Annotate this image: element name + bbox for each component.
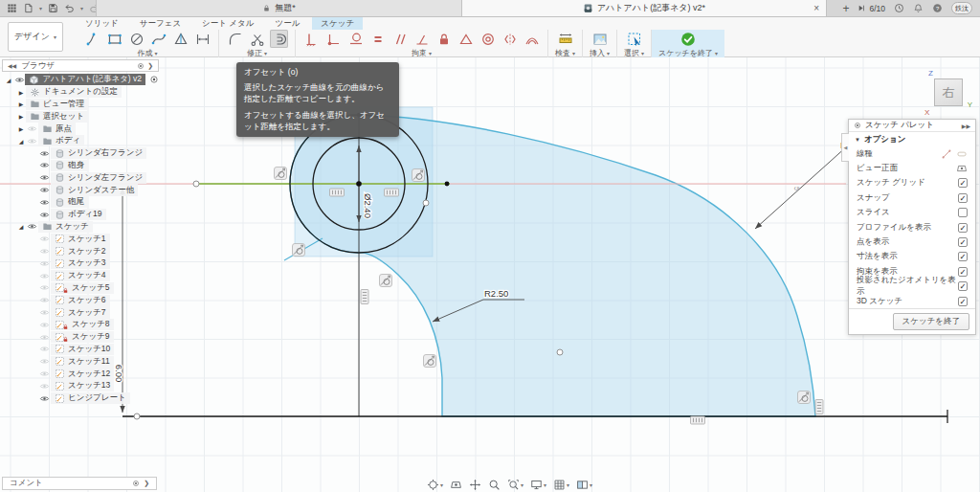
browser-item-シリンダ左フランジ[interactable]: シリンダ左フランジ xyxy=(2,171,159,184)
profile-region-body[interactable] xyxy=(290,115,815,416)
user-avatar[interactable]: 鉄汰 xyxy=(951,2,972,14)
tool-curvature-button[interactable] xyxy=(523,30,541,48)
browser-item-ビュー管理[interactable]: ▶ビュー管理 xyxy=(2,99,159,111)
nav-zoomicon-button[interactable] xyxy=(488,479,501,491)
ribbon-tab-シート メタル[interactable]: シート メタル xyxy=(193,17,262,30)
tool-spline-button[interactable] xyxy=(149,30,167,48)
visibility-eye-icon[interactable] xyxy=(38,320,51,330)
look-at-icon[interactable] xyxy=(956,163,968,174)
tree-item-pill[interactable]: スケッチ6 xyxy=(51,295,110,306)
file-menu-icon[interactable] xyxy=(23,3,33,13)
tree-item-pill[interactable]: スケッチ9 xyxy=(51,331,114,343)
ribbon-group-label[interactable]: 選択▾ xyxy=(624,48,644,58)
visibility-eye-icon[interactable] xyxy=(38,234,51,244)
browser-item-スケッチ3[interactable]: スケッチ3 xyxy=(2,257,159,270)
finish-sketch-button[interactable]: スケッチを終了 xyxy=(893,313,970,330)
checkbox-寸法を表示[interactable]: ✓ xyxy=(958,252,968,261)
tree-item-pill[interactable]: スケッチ10 xyxy=(51,344,114,355)
browser-item-選択セット[interactable]: ▶選択セット xyxy=(2,110,159,123)
checkbox-3D スケッチ[interactable]: ✓ xyxy=(958,297,968,306)
ribbon-tab-サーフェス[interactable]: サーフェス xyxy=(131,17,189,30)
visibility-eye-icon[interactable] xyxy=(38,307,51,318)
tangent-constraint-icon[interactable] xyxy=(275,168,287,180)
visibility-eye-icon[interactable] xyxy=(38,344,51,354)
tree-item-pill[interactable]: 選択セット xyxy=(26,111,88,123)
browser-item-砲身[interactable]: 砲身 xyxy=(2,160,159,172)
center-point[interactable] xyxy=(356,181,362,187)
new-tab-button[interactable]: + xyxy=(842,2,849,15)
undo-icon[interactable] xyxy=(64,3,75,13)
visibility-eye-icon[interactable] xyxy=(38,271,51,281)
tree-item-pill[interactable]: シリンダ右フランジ xyxy=(51,147,146,159)
document-tab-untitled[interactable]: 無題* xyxy=(96,0,461,16)
construction-line-icon[interactable] xyxy=(941,148,952,160)
browser-item-スケッチ4[interactable]: スケッチ4 xyxy=(2,270,159,282)
tree-item-pill[interactable]: ビュー管理 xyxy=(26,99,88,110)
workspace-switcher[interactable]: デザイン▾ xyxy=(8,22,63,52)
tree-item-pill[interactable]: スケッチ12 xyxy=(51,368,114,379)
dimension-constraint-icon[interactable] xyxy=(361,290,368,304)
diameter-dimension-text[interactable]: Ø2.40 xyxy=(363,193,373,218)
tool-midpoint-button[interactable] xyxy=(457,30,475,48)
tangent-constraint-icon[interactable] xyxy=(293,244,305,257)
palette-options-section[interactable]: ▼ オプション xyxy=(849,132,975,146)
notifications-bell-icon[interactable] xyxy=(913,3,924,13)
ribbon-group-label[interactable]: スケッチを終了▾ xyxy=(658,48,718,58)
browser-item-スケッチ5[interactable]: スケッチ5 xyxy=(2,282,159,295)
nav-orbit-button[interactable]: ▾ xyxy=(427,479,443,491)
browser-item-スケッチ2[interactable]: スケッチ2 xyxy=(2,245,159,257)
checkbox-スケッチ グリッド[interactable]: ✓ xyxy=(958,178,968,188)
tool-line-button[interactable] xyxy=(83,30,101,48)
sketch-point[interactable] xyxy=(557,349,563,355)
browser-item-スケッチ13[interactable]: スケッチ13 xyxy=(2,380,159,392)
tool-select-button[interactable] xyxy=(625,30,643,48)
palette-collapse-handle[interactable]: ◀ xyxy=(841,133,849,162)
document-tab-current[interactable]: アハトアハト(記事ネタ) v2* × xyxy=(461,0,827,16)
tree-twisty-icon[interactable]: ▶ xyxy=(16,89,26,96)
visibility-eye-icon[interactable] xyxy=(38,295,51,305)
tree-item-pill[interactable]: スケッチ8 xyxy=(51,319,114,330)
undo-caret[interactable]: ▾ xyxy=(80,6,83,11)
tool-dim-button[interactable] xyxy=(193,30,212,48)
browser-item-スケッチ12[interactable]: スケッチ12 xyxy=(2,368,159,380)
tree-item-pill[interactable]: 砲尾 xyxy=(51,196,88,208)
tree-item-pill[interactable]: ボディ xyxy=(38,135,84,146)
radius2-dimension-leader[interactable] xyxy=(755,145,848,229)
baseline-point[interactable] xyxy=(134,414,140,419)
tree-item-pill[interactable]: スケッチ xyxy=(38,221,93,233)
tool-horzvert-button[interactable] xyxy=(302,30,321,48)
browser-item-スケッチ9[interactable]: スケッチ9 xyxy=(2,331,159,344)
browser-item-シリンダステー他[interactable]: シリンダステー他 xyxy=(2,184,159,196)
ribbon-group-label[interactable]: 検査▾ xyxy=(555,48,575,58)
tree-item-pill[interactable]: スケッチ2 xyxy=(51,245,110,257)
nav-lookat-button[interactable] xyxy=(450,479,462,491)
browser-item-砲尾[interactable]: 砲尾 xyxy=(2,196,159,209)
tool-trim-button[interactable] xyxy=(248,30,266,48)
checkbox-スライス[interactable] xyxy=(958,208,968,217)
palette-expand-icon[interactable]: ▶▶ xyxy=(962,123,970,129)
tool-fillet-button[interactable] xyxy=(226,30,244,48)
browser-item-ボディ[interactable]: ◢ボディ xyxy=(2,135,159,147)
browser-item-ドキュメントの設定[interactable]: ▶ドキュメントの設定 xyxy=(2,86,159,99)
tree-item-pill[interactable]: スケッチ3 xyxy=(51,257,110,269)
circle-right-point[interactable] xyxy=(445,182,450,187)
visibility-eye-icon[interactable] xyxy=(38,160,51,170)
dimension-constraint-icon[interactable] xyxy=(691,416,705,424)
tree-item-pill[interactable]: シリンダステー他 xyxy=(51,184,138,195)
browser-item-スケッチ11[interactable]: スケッチ11 xyxy=(2,355,159,368)
ribbon-group-label[interactable]: 拘束▾ xyxy=(412,48,432,58)
dimension-constraint-icon[interactable] xyxy=(330,189,345,196)
ribbon-tab-ツール[interactable]: ツール xyxy=(266,17,308,30)
visibility-eye-icon[interactable] xyxy=(26,136,38,146)
checkbox-点を表示[interactable]: ✓ xyxy=(958,237,968,247)
sketch-point[interactable] xyxy=(423,200,429,206)
checkbox-拘束を表示[interactable]: ✓ xyxy=(958,267,968,277)
browser-item-ボディ19[interactable]: ボディ19 xyxy=(2,209,159,221)
tool-symmetry-button[interactable] xyxy=(501,30,519,48)
browser-item-アハトアハト(記事ネタ) v2[interactable]: ◢アハトアハト(記事ネタ) v2 xyxy=(2,74,159,86)
tree-twisty-icon[interactable]: ◢ xyxy=(4,77,13,83)
nav-viewport-button[interactable]: ▾ xyxy=(576,479,592,491)
browser-item-ヒンジプレート[interactable]: ヒンジプレート xyxy=(2,392,159,405)
comment-bar[interactable]: コメント ❯ xyxy=(2,477,157,490)
ribbon-group-label[interactable]: 挿入▾ xyxy=(590,48,610,58)
